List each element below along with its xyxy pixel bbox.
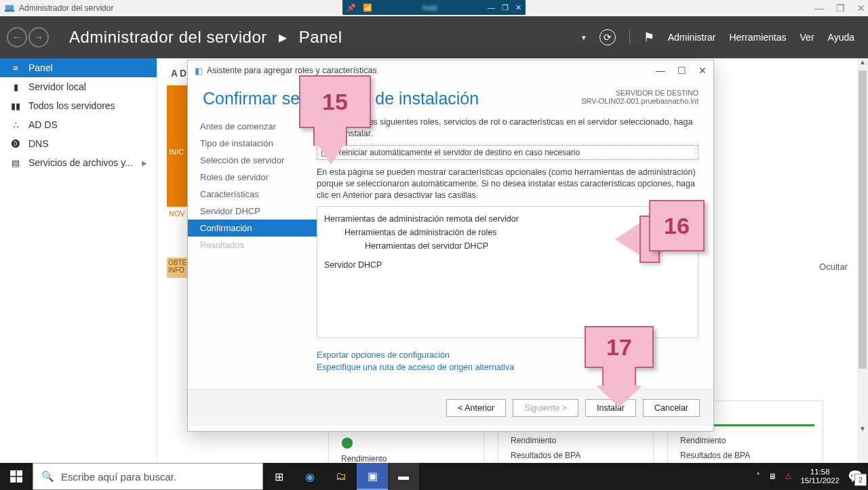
taskbar-cmd-icon[interactable]: ▬: [388, 463, 419, 490]
wizard-title-text: Asistente para agregar roles y caracterí…: [207, 66, 377, 75]
sidebar-item-adds[interactable]: ⛬AD DS: [0, 115, 157, 134]
rdp-host-name: host: [372, 3, 488, 12]
breadcrumb-app: Administrador del servidor: [69, 28, 267, 46]
wizard-maximize-icon[interactable]: ☐: [677, 65, 686, 76]
auto-restart-checkbox-row[interactable]: Reiniciar automáticamente el servidor de…: [317, 145, 698, 160]
rdp-close-icon[interactable]: ✕: [515, 3, 521, 12]
start-button[interactable]: [0, 463, 33, 490]
feature-item: Servidor DHCP: [324, 258, 691, 272]
wizard-step-results: Resultados: [188, 237, 317, 253]
wizard-minimize-icon[interactable]: —: [656, 65, 665, 76]
server-manager-icon: [4, 3, 15, 14]
rdp-pin-icon[interactable]: 📌: [347, 3, 356, 12]
wizard-step-confirm[interactable]: Confirmación: [188, 220, 317, 237]
menu-ver[interactable]: Ver: [800, 32, 814, 43]
host-minimize-icon[interactable]: —: [814, 3, 824, 14]
annotation-16-arrowhead: [615, 222, 641, 256]
wizard-step-before[interactable]: Antes de comenzar: [188, 118, 317, 135]
notification-count-badge: 2: [854, 474, 867, 486]
cancel-button[interactable]: Cancelar: [643, 399, 700, 417]
menu-administrar[interactable]: Administrar: [668, 32, 716, 43]
svg-rect-2: [10, 470, 16, 476]
rdp-restore-icon[interactable]: ❐: [502, 3, 509, 12]
refresh-button[interactable]: ⟳: [599, 29, 616, 45]
system-tray[interactable]: ˄ 🖥 ⚠ 11:58 15/11/2022 💬 2: [751, 468, 868, 485]
tray-up-icon[interactable]: ˄: [756, 472, 760, 481]
adds-icon: ⛬: [9, 120, 22, 130]
notification-button[interactable]: 💬 2: [848, 469, 863, 484]
wizard-step-roles[interactable]: Roles de servidor: [188, 169, 317, 186]
scroll-down-icon[interactable]: ▼: [857, 425, 868, 436]
scrollbar-vertical[interactable]: ▲ ▼: [857, 58, 868, 463]
flag-icon[interactable]: ⚑: [644, 30, 654, 45]
host-window-controls: — ❐ ✕: [814, 3, 865, 14]
annotation-17-text: 17: [606, 334, 632, 361]
taskbar-edge-icon[interactable]: ◉: [294, 463, 326, 490]
destination-server: SERVIDOR DE DESTINO SRV-OLIN02-001.prueb…: [581, 89, 698, 105]
menu-ayuda[interactable]: Ayuda: [828, 32, 854, 43]
rdp-minimize-icon[interactable]: —: [488, 3, 495, 12]
wizard-close-icon[interactable]: ✕: [698, 65, 707, 76]
taskbar-explorer-icon[interactable]: 🗂: [326, 463, 357, 490]
nav-forward-button[interactable]: →: [28, 27, 49, 47]
sidebar-item-label: AD DS: [28, 119, 58, 130]
sidebar-item-all[interactable]: ▮▮Todos los servidores: [0, 96, 157, 115]
sidebar-item-label: Todos los servidores: [28, 100, 115, 111]
sidebar-item-label: Panel: [28, 62, 53, 73]
chevron-right-icon: ▶: [142, 159, 147, 167]
breadcrumb: Administrador del servidor ▸ Panel: [69, 28, 342, 47]
wizard-step-features[interactable]: Características: [188, 186, 317, 203]
annotation-17-arrow: [596, 386, 642, 407]
header-menus: ▾ ⟳ ⚑ Administrar Herramientas Ver Ayuda: [582, 29, 854, 45]
wizard-icon: ◧: [195, 66, 203, 76]
host-restore-icon[interactable]: ❐: [836, 3, 845, 14]
nav-back-button[interactable]: ←: [7, 27, 27, 47]
dest-server-name: SRV-OLIN02-001.pruebasnacho.int: [581, 97, 698, 105]
annotation-16-text: 16: [664, 213, 690, 239]
annotation-15-stem: [313, 127, 347, 146]
taskbar-clock[interactable]: 11:58 15/11/2022: [800, 468, 840, 485]
svg-rect-5: [17, 477, 22, 483]
sidebar-item-files[interactable]: ▤Servicios de archivos y...▶: [0, 153, 157, 172]
auto-restart-label: Reiniciar automáticamente el servidor de…: [336, 148, 580, 157]
sidebar-item-label: DNS: [28, 138, 49, 149]
taskbar-search[interactable]: 🔍 Escribe aquí para buscar.: [33, 463, 263, 490]
tray-network-icon[interactable]: ⚠: [785, 472, 792, 481]
menu-herramientas[interactable]: Herramientas: [730, 32, 787, 43]
breadcrumb-page: Panel: [299, 28, 342, 46]
status-up-icon: ⬤: [341, 436, 353, 448]
taskbar[interactable]: 🔍 Escribe aquí para buscar. ⊞ ◉ 🗂 ▣ ▬ ˄ …: [0, 463, 868, 490]
wizard-heading: Confirmar selecciones de instalación SER…: [188, 81, 713, 111]
wizard-step-server[interactable]: Selección de servidor: [188, 152, 317, 169]
sidebar-item-label: Servicios de archivos y...: [28, 157, 133, 168]
scroll-up-icon[interactable]: ▲: [857, 58, 868, 69]
annotation-17-stem: [602, 367, 636, 387]
server-icon: ▮: [9, 82, 22, 92]
dns-icon: 🅓: [9, 139, 22, 149]
sidebar-item-label: Servidor local: [28, 81, 86, 92]
taskbar-server-manager-icon[interactable]: ▣: [357, 463, 388, 490]
wizard-titlebar[interactable]: ◧ Asistente para agregar roles y caracte…: [188, 60, 713, 81]
annotation-17: 17: [585, 326, 654, 368]
wizard-step-dhcp[interactable]: Servidor DHCP: [188, 203, 317, 220]
tile-row-perf: Rendimiento: [668, 433, 823, 448]
host-close-icon[interactable]: ✕: [857, 3, 865, 14]
previous-button[interactable]: < Anterior: [446, 399, 506, 417]
sidebar-item-panel[interactable]: ≡Panel: [0, 58, 157, 77]
dropdown-caret-icon[interactable]: ▾: [582, 33, 586, 42]
sidebar-item-local[interactable]: ▮Servidor local: [0, 77, 157, 96]
search-icon: 🔍: [41, 470, 54, 483]
tile-row-bpa: Resultados de BPA: [498, 448, 653, 463]
hide-link[interactable]: Ocultar: [819, 262, 848, 272]
wizard-steps: Antes de comenzar Tipo de instalación Se…: [188, 111, 317, 389]
tray-display-icon[interactable]: 🖥: [768, 472, 776, 481]
svg-rect-3: [17, 470, 22, 476]
rdp-connection-bar[interactable]: 📌 📶 host — ❐ ✕: [342, 0, 526, 15]
dashboard-icon: ≡: [9, 63, 22, 73]
wizard-step-type[interactable]: Tipo de instalación: [188, 135, 317, 152]
sidebar-item-dns[interactable]: 🅓DNS: [0, 134, 157, 153]
dest-label: SERVIDOR DE DESTINO: [581, 89, 698, 97]
scroll-thumb[interactable]: [859, 70, 867, 369]
annotation-16: 16: [649, 200, 705, 251]
task-view-button[interactable]: ⊞: [263, 463, 294, 490]
